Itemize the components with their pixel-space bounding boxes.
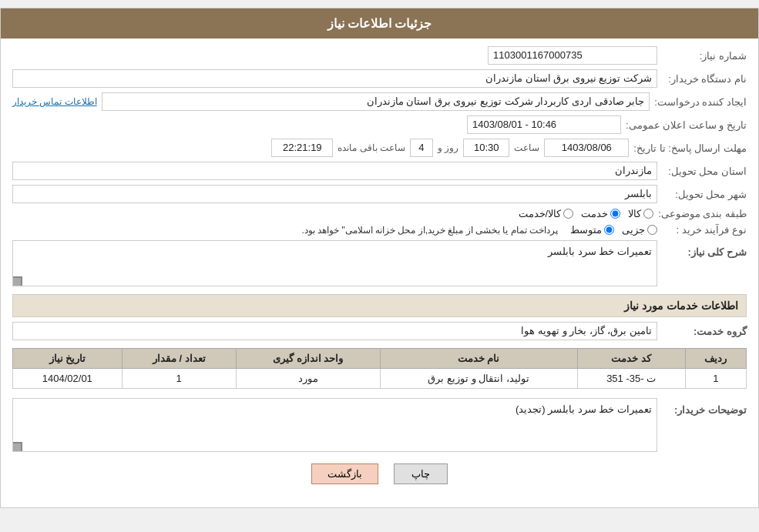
buyer-org-value: شرکت توزیع نیروی برق استان مازندران — [12, 69, 657, 88]
buttons-row: چاپ بازگشت — [12, 463, 747, 496]
deadline-time-label: ساعت — [514, 142, 539, 153]
page-wrapper: جزئیات اطلاعات نیاز شماره نیاز: 11030011… — [0, 8, 759, 508]
purchase-type-moutasat: متوسط — [570, 224, 614, 236]
announce-datetime-row: تاریخ و ساعت اعلان عمومی: 1403/08/01 - 1… — [12, 115, 747, 134]
deadline-label: مهلت ارسال پاسخ: تا تاریخ: — [633, 142, 747, 154]
category-option-khedmat: خدمت — [581, 208, 620, 219]
purchase-type-radio-jozee[interactable] — [647, 225, 657, 235]
deadline-day-value: 4 — [410, 139, 433, 157]
need-number-value: 1103001167000735 — [488, 46, 657, 65]
col-header-qty: تعداد / مقدار — [122, 349, 236, 369]
services-table-section: ردیف کد خدمت نام خدمت واحد اندازه گیری ت… — [12, 348, 747, 389]
purchase-type-label: نوع فرآیند خرید : — [662, 224, 747, 236]
category-option-kala-khedmat: کالا/خدمت — [519, 208, 574, 219]
category-radio-group: کالا خدمت کالا/خدمت — [519, 208, 654, 219]
deadline-time-value: 10:30 — [463, 139, 509, 157]
need-number-row: شماره نیاز: 1103001167000735 — [12, 46, 747, 65]
need-number-label: شماره نیاز: — [662, 50, 747, 62]
services-table: ردیف کد خدمت نام خدمت واحد اندازه گیری ت… — [12, 348, 747, 389]
category-label-khedmat: خدمت — [581, 208, 608, 219]
announce-datetime-label: تاریخ و ساعت اعلان عمومی: — [626, 119, 747, 131]
main-content: شماره نیاز: 1103001167000735 نام دستگاه … — [1, 38, 758, 507]
buyer-description-wrapper: توضیحات خریدار: تعمیرات خط سرد بابلسر (ت… — [12, 398, 747, 452]
creator-value: جابر صادقی اردی کاربردار شرکت توزیع نیرو… — [102, 92, 650, 111]
col-header-name: نام خدمت — [380, 349, 577, 369]
col-header-unit: واحد اندازه گیری — [236, 349, 380, 369]
delivery-province-row: استان محل تحویل: مازندران — [12, 162, 747, 180]
back-button[interactable]: بازگشت — [311, 463, 378, 484]
service-group-label: گروه خدمت: — [662, 326, 747, 337]
purchase-type-label-jozee: جزیی — [622, 224, 645, 236]
general-description-wrapper: شرح کلی نیاز: تعمیرات خط سرد بابلسر — [12, 240, 747, 286]
buyer-description-label: توضیحات خریدار: — [662, 398, 747, 416]
deadline-day-label: روز و — [438, 142, 458, 153]
table-cell-2: تولید، انتقال و توزیع برق — [380, 369, 577, 389]
col-header-code: کد خدمت — [577, 349, 685, 369]
purchase-type-radio-group: جزیی متوسط — [570, 224, 657, 236]
table-cell-5: 1404/02/01 — [13, 369, 123, 389]
buyer-org-row: نام دستگاه خریدار: شرکت توزیع نیروی برق … — [12, 69, 747, 88]
purchase-type-jozee: جزیی — [622, 224, 657, 236]
category-option-kala: کالا — [628, 208, 653, 219]
purchase-type-label-moutasat: متوسط — [570, 224, 602, 236]
contact-link[interactable]: اطلاعات تماس خریدار — [12, 96, 97, 107]
delivery-city-row: شهر محل تحویل: بابلسر — [12, 185, 747, 203]
purchase-type-note: پرداخت تمام یا بخشی از مبلغ خرید,از محل … — [301, 225, 558, 236]
buyer-resize-handle[interactable] — [13, 442, 22, 451]
deadline-row: مهلت ارسال پاسخ: تا تاریخ: 1403/08/06 سا… — [12, 139, 747, 157]
category-radio-kala[interactable] — [643, 209, 653, 219]
col-header-row: ردیف — [685, 349, 746, 369]
category-radio-kala-khedmat[interactable] — [563, 209, 573, 219]
delivery-city-label: شهر محل تحویل: — [662, 189, 747, 200]
service-group-value: تامین برق، گاز، بخار و تهویه هوا — [12, 322, 657, 340]
category-label-kala: کالا — [628, 208, 641, 219]
purchase-type-radio-moutasat[interactable] — [604, 225, 614, 235]
purchase-type-row: نوع فرآیند خرید : جزیی متوسط پرداخت تمام… — [12, 224, 747, 236]
table-header-row: ردیف کد خدمت نام خدمت واحد اندازه گیری ت… — [13, 349, 747, 369]
delivery-province-value: مازندران — [12, 162, 657, 180]
announce-datetime-value: 1403/08/01 - 10:46 — [467, 115, 621, 134]
page-header: جزئیات اطلاعات نیاز — [1, 8, 758, 38]
category-row: طبقه بندی موضوعی: کالا خدمت کالا/خدمت — [12, 208, 747, 219]
general-description-label: شرح کلی نیاز: — [662, 240, 747, 258]
delivery-city-value: بابلسر — [12, 185, 657, 203]
category-label-kala-khedmat: کالا/خدمت — [519, 208, 562, 219]
general-description-value: تعمیرات خط سرد بابلسر — [12, 240, 657, 286]
creator-row: ایجاد کننده درخواست: جابر صادقی اردی کار… — [12, 92, 747, 111]
table-cell-4: 1 — [122, 369, 236, 389]
table-row: 1ت -35- 351تولید، انتقال و توزیع برقمورد… — [13, 369, 747, 389]
remaining-time-label: ساعت باقی مانده — [338, 142, 405, 153]
category-label: طبقه بندی موضوعی: — [658, 208, 747, 219]
services-section-header: اطلاعات خدمات مورد نیاز — [12, 294, 747, 317]
col-header-date: تاریخ نیاز — [13, 349, 123, 369]
deadline-date: 1403/08/06 — [544, 139, 629, 157]
category-radio-khedmat[interactable] — [610, 209, 620, 219]
print-button[interactable]: چاپ — [394, 463, 448, 484]
service-group-row: گروه خدمت: تامین برق، گاز، بخار و تهویه … — [12, 322, 747, 340]
buyer-org-label: نام دستگاه خریدار: — [662, 73, 747, 85]
remaining-time-value: 22:21:19 — [271, 139, 333, 157]
table-cell-0: 1 — [685, 369, 746, 389]
table-cell-1: ت -35- 351 — [577, 369, 685, 389]
creator-label: ایجاد کننده درخواست: — [654, 96, 747, 108]
page-title: جزئیات اطلاعات نیاز — [327, 17, 432, 30]
resize-handle[interactable] — [13, 276, 22, 286]
buyer-description-value: تعمیرات خط سرد بابلسر (تجدید) — [12, 398, 657, 452]
delivery-province-label: استان محل تحویل: — [662, 166, 747, 177]
table-cell-3: مورد — [236, 369, 380, 389]
